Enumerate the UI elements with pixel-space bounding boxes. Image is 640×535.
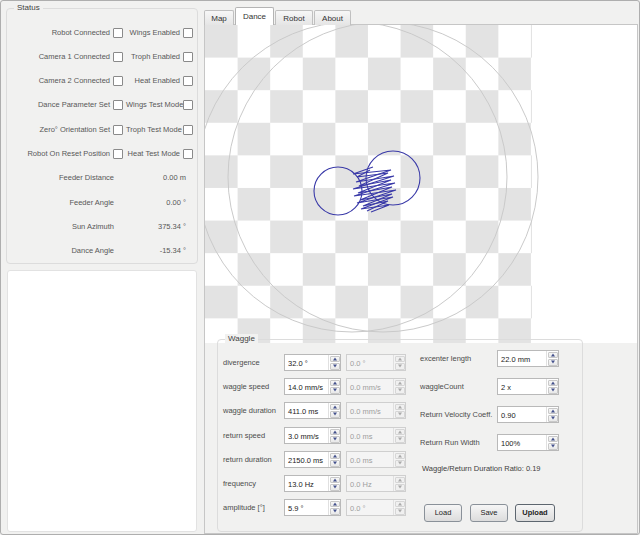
spin-down-icon[interactable] [330, 484, 340, 491]
return-duration-value-secondary: 0.0 ms [347, 452, 393, 467]
wings-test-mode-checkbox[interactable] [183, 100, 193, 110]
frequency-spinner[interactable]: 13.0 Hz [284, 475, 341, 492]
excenter-length-value[interactable]: 22.0 mm [498, 351, 546, 366]
tab-dance[interactable]: Dance [235, 7, 274, 25]
robot-connected-label: Robot Connected [13, 28, 110, 37]
wings-enabled-label: Wings Enabled [126, 28, 180, 37]
dance-parameter-set-checkbox[interactable] [113, 100, 123, 110]
spin-up-icon[interactable] [330, 453, 340, 460]
frequency-value[interactable]: 13.0 Hz [285, 476, 328, 491]
spin-up-icon[interactable] [330, 477, 340, 484]
upload-button[interactable]: Upload [515, 504, 555, 522]
blank-panel [7, 270, 197, 532]
spin-up-icon[interactable] [330, 501, 340, 508]
return-run-width-row: Return Run Width 100% [218, 434, 584, 452]
amplitude-spinner[interactable]: 5.9 ° [284, 499, 341, 516]
return-duration-spinner[interactable]: 2150.0 ms [284, 451, 341, 468]
dance-pattern [314, 151, 420, 215]
spin-down-icon [395, 508, 405, 515]
spin-down-icon[interactable] [548, 443, 558, 450]
return-duration-spinner-secondary: 0.0 ms [346, 451, 406, 468]
frequency-spinner-secondary: 0.0 Hz [346, 475, 406, 492]
feeder-distance-row: Feeder Distance 0.00 m [13, 172, 186, 182]
robot-on-reset-position-checkbox[interactable] [113, 149, 123, 159]
status-row: Robot Connected Wings Enabled [13, 27, 193, 38]
status-row: Dance Parameter Set Wings Test Mode [13, 99, 193, 110]
status-row: Camera 2 Connected Heat Enabled [13, 75, 193, 86]
status-row: Robot On Reset Position Heat Test Mode [13, 148, 193, 159]
spin-up-icon [395, 501, 405, 508]
troph-enabled-checkbox[interactable] [183, 52, 193, 62]
spin-down-icon [395, 484, 405, 491]
tab-strip: Map Dance Robot About [204, 7, 352, 25]
return-velocity-coeff-label: Return Velocity Coeff. [420, 410, 496, 419]
robot-on-reset-position-label: Robot On Reset Position [13, 149, 110, 158]
spin-down-icon [395, 460, 405, 467]
tab-robot[interactable]: Robot [275, 10, 313, 25]
spin-up-icon[interactable] [548, 408, 558, 415]
status-row: Camera 1 Connected Troph Enabled [13, 51, 193, 62]
dance-angle-label: Dance Angle [13, 246, 114, 255]
dance-path-projection [205, 25, 538, 332]
amplitude-value[interactable]: 5.9 ° [285, 500, 328, 515]
spin-down-icon[interactable] [330, 508, 340, 515]
feeder-distance-label: Feeder Distance [13, 173, 114, 182]
status-groupbox: Status Robot Connected Wings Enabled Cam… [6, 8, 198, 264]
return-run-width-spinner[interactable]: 100% [497, 434, 559, 451]
feeder-angle-row: Feeder Angle 0.00 ° [13, 197, 186, 207]
spin-down-icon[interactable] [548, 359, 558, 366]
frequency-label: frequency [223, 479, 283, 488]
camera2-connected-label: Camera 2 Connected [13, 76, 110, 85]
return-velocity-coeff-value[interactable]: 0.90 [498, 407, 546, 422]
excenter-length-spinner[interactable]: 22.0 mm [497, 350, 559, 367]
sun-azimuth-value: 375.34 ° [114, 222, 186, 231]
frequency-row: frequency 13.0 Hz 0.0 Hz [218, 475, 584, 493]
camera1-connected-checkbox[interactable] [113, 52, 123, 62]
sun-azimuth-label: Sun Azimuth [13, 222, 114, 231]
tab-map[interactable]: Map [204, 10, 234, 25]
dance-visualization [205, 25, 637, 343]
waggle-count-value[interactable]: 2 x [498, 379, 546, 394]
amplitude-value-secondary: 0.0 ° [347, 500, 393, 515]
waggle-count-row: waggleCount 2 x [218, 378, 584, 396]
spin-down-icon[interactable] [548, 387, 558, 394]
spin-down-icon[interactable] [548, 415, 558, 422]
return-duration-label: return duration [223, 455, 283, 464]
troph-enabled-label: Troph Enabled [126, 52, 180, 61]
heat-test-mode-label: Heat Test Mode [126, 149, 180, 158]
zero-orientation-set-checkbox[interactable] [113, 125, 123, 135]
status-row: Zero° Orientation Set Troph Test Mode [13, 124, 193, 135]
wings-test-mode-label: Wings Test Mode [126, 100, 180, 109]
waggle-count-spinner[interactable]: 2 x [497, 378, 559, 395]
excenter-length-label: excenter length [420, 354, 496, 363]
spin-up-icon[interactable] [548, 352, 558, 359]
robot-connected-checkbox[interactable] [113, 28, 123, 38]
waggle-title: Waggle [225, 334, 258, 343]
tab-about[interactable]: About [314, 10, 351, 25]
dance-angle-value: -15.34 ° [114, 246, 186, 255]
waggle-count-label: waggleCount [420, 382, 496, 391]
spin-down-icon[interactable] [330, 460, 340, 467]
load-button[interactable]: Load [424, 504, 462, 522]
amplitude-spinner-secondary: 0.0 ° [346, 499, 406, 516]
troph-test-mode-checkbox[interactable] [183, 125, 193, 135]
status-title: Status [14, 3, 43, 12]
feeder-distance-value: 0.00 m [114, 173, 186, 182]
sun-azimuth-row: Sun Azimuth 375.34 ° [13, 221, 186, 231]
camera2-connected-checkbox[interactable] [113, 76, 123, 86]
wings-enabled-checkbox[interactable] [183, 28, 193, 38]
dance-canvas [205, 25, 637, 343]
excenter-length-row: excenter length 22.0 mm [218, 350, 584, 368]
frequency-value-secondary: 0.0 Hz [347, 476, 393, 491]
save-button[interactable]: Save [470, 504, 508, 522]
heat-test-mode-checkbox[interactable] [183, 149, 193, 159]
spin-up-icon[interactable] [548, 380, 558, 387]
return-duration-value[interactable]: 2150.0 ms [285, 452, 328, 467]
return-velocity-coeff-spinner[interactable]: 0.90 [497, 406, 559, 423]
robot-dance-window: { "colors": { "dance_blue": "#3a3aa8", "… [0, 0, 640, 535]
spin-up-icon[interactable] [548, 436, 558, 443]
heat-enabled-label: Heat Enabled [126, 76, 180, 85]
return-run-width-value[interactable]: 100% [498, 435, 546, 450]
dance-parameter-set-label: Dance Parameter Set [13, 100, 110, 109]
heat-enabled-checkbox[interactable] [183, 76, 193, 86]
